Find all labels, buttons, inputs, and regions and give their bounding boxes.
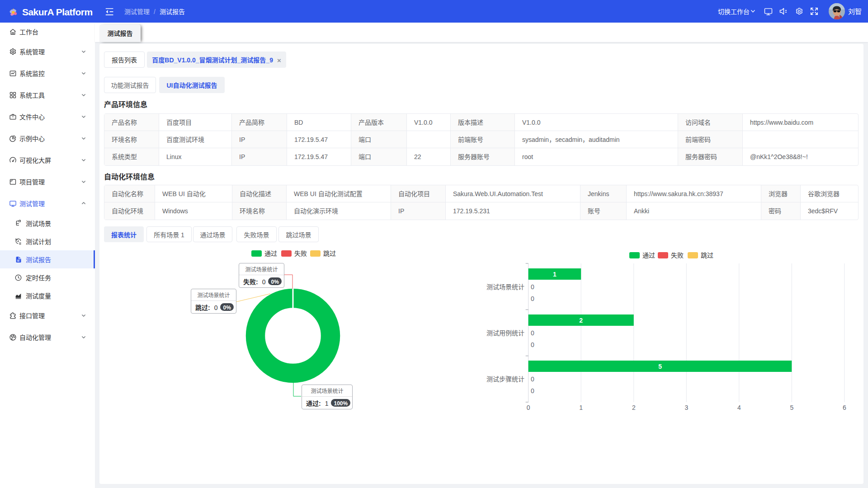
svg-text:6: 6 bbox=[843, 403, 846, 412]
svg-text:5: 5 bbox=[658, 361, 662, 371]
svg-text:通过: 通过 bbox=[642, 250, 655, 259]
svg-text:0: 0 bbox=[527, 403, 530, 412]
svg-text:0: 0 bbox=[531, 374, 534, 383]
svg-text:2: 2 bbox=[579, 315, 583, 324]
svg-text:跳过: 跳过 bbox=[323, 249, 336, 258]
svg-text:0: 0 bbox=[531, 328, 534, 337]
svg-text:0: 0 bbox=[531, 386, 534, 395]
svg-text:失败: 失败 bbox=[294, 249, 307, 258]
svg-text:跳过: 跳过 bbox=[701, 250, 713, 259]
svg-text:测试用例统计: 测试用例统计 bbox=[486, 328, 524, 337]
svg-text:5: 5 bbox=[790, 403, 793, 412]
svg-text:3: 3 bbox=[684, 403, 688, 412]
svg-text:2: 2 bbox=[632, 403, 636, 412]
svg-text:4: 4 bbox=[737, 403, 741, 412]
svg-text:1: 1 bbox=[553, 269, 557, 278]
svg-text:失败: 失败 bbox=[671, 250, 684, 259]
svg-text:通过: 通过 bbox=[264, 249, 277, 258]
svg-text:0: 0 bbox=[531, 282, 534, 291]
svg-text:0: 0 bbox=[531, 294, 534, 303]
svg-text:0: 0 bbox=[531, 340, 534, 349]
svg-text:测试步骤统计: 测试步骤统计 bbox=[486, 374, 524, 383]
svg-text:测试场景统计: 测试场景统计 bbox=[486, 282, 524, 291]
svg-text:1: 1 bbox=[579, 403, 583, 412]
